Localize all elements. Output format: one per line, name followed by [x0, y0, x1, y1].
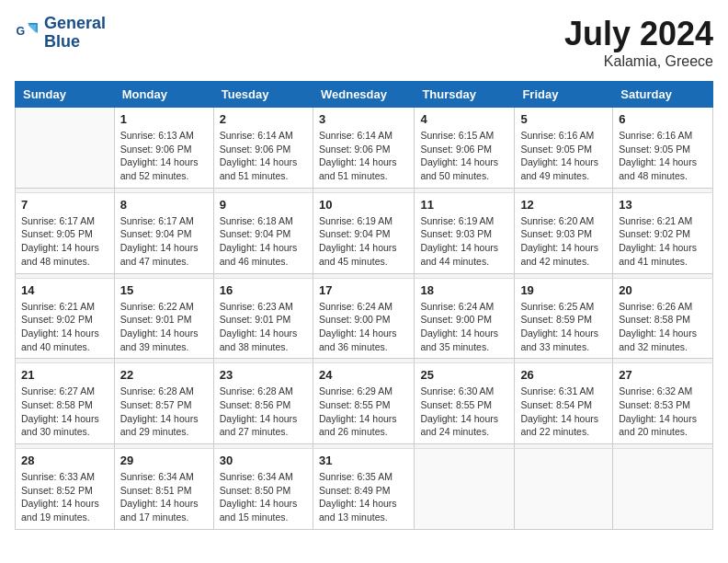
day-info: Sunrise: 6:16 AMSunset: 9:05 PMDaylight:… [520, 129, 607, 183]
calendar-cell [515, 449, 613, 530]
calendar-cell [415, 449, 515, 530]
day-number: 31 [319, 454, 408, 467]
calendar-cell: 12Sunrise: 6:20 AMSunset: 9:03 PMDayligh… [515, 192, 613, 273]
calendar-cell: 7Sunrise: 6:17 AMSunset: 9:05 PMDaylight… [16, 192, 115, 273]
day-number: 15 [120, 283, 208, 297]
day-number: 30 [220, 454, 307, 467]
day-number: 5 [520, 112, 607, 126]
day-info: Sunrise: 6:22 AMSunset: 9:01 PMDaylight:… [120, 300, 208, 354]
calendar-cell: 13Sunrise: 6:21 AMSunset: 9:02 PMDayligh… [613, 192, 713, 273]
logo: G General Blue [15, 15, 106, 52]
calendar-cell: 31Sunrise: 6:35 AMSunset: 8:49 PMDayligh… [313, 449, 414, 530]
day-info: Sunrise: 6:23 AMSunset: 9:01 PMDaylight:… [220, 300, 307, 354]
calendar-cell: 18Sunrise: 6:24 AMSunset: 9:00 PMDayligh… [415, 278, 515, 359]
day-info: Sunrise: 6:21 AMSunset: 9:02 PMDaylight:… [619, 214, 707, 269]
day-info: Sunrise: 6:19 AMSunset: 9:04 PMDaylight:… [319, 214, 408, 269]
day-number: 25 [420, 368, 508, 382]
location: Kalamia, Greece [564, 53, 713, 70]
calendar-cell: 11Sunrise: 6:19 AMSunset: 9:03 PMDayligh… [415, 192, 515, 273]
calendar-week-row: 14Sunrise: 6:21 AMSunset: 9:02 PMDayligh… [16, 278, 713, 359]
weekday-header: Saturday [613, 82, 713, 108]
day-info: Sunrise: 6:24 AMSunset: 9:00 PMDaylight:… [420, 300, 508, 354]
day-info: Sunrise: 6:30 AMSunset: 8:55 PMDaylight:… [420, 385, 508, 439]
calendar-cell: 15Sunrise: 6:22 AMSunset: 9:01 PMDayligh… [114, 278, 213, 359]
day-number: 8 [120, 198, 208, 212]
day-info: Sunrise: 6:19 AMSunset: 9:03 PMDaylight:… [420, 214, 508, 269]
calendar-week-row: 21Sunrise: 6:27 AMSunset: 8:58 PMDayligh… [16, 363, 713, 444]
calendar-cell: 30Sunrise: 6:34 AMSunset: 8:50 PMDayligh… [213, 449, 313, 530]
day-number: 11 [420, 198, 508, 212]
day-number: 13 [619, 198, 707, 212]
day-info: Sunrise: 6:25 AMSunset: 8:59 PMDaylight:… [520, 300, 607, 354]
day-info: Sunrise: 6:28 AMSunset: 8:56 PMDaylight:… [220, 385, 307, 439]
day-info: Sunrise: 6:34 AMSunset: 8:50 PMDaylight:… [220, 470, 307, 524]
day-number: 26 [520, 368, 607, 382]
day-info: Sunrise: 6:33 AMSunset: 8:52 PMDaylight:… [21, 470, 108, 524]
day-info: Sunrise: 6:28 AMSunset: 8:57 PMDaylight:… [120, 385, 208, 439]
weekday-header: Tuesday [213, 82, 313, 108]
svg-text:G: G [17, 24, 26, 37]
calendar-cell: 16Sunrise: 6:23 AMSunset: 9:01 PMDayligh… [213, 278, 313, 359]
day-info: Sunrise: 6:14 AMSunset: 9:06 PMDaylight:… [220, 129, 307, 183]
calendar-cell: 1Sunrise: 6:13 AMSunset: 9:06 PMDaylight… [114, 108, 213, 189]
day-number: 4 [420, 112, 508, 126]
weekday-header: Wednesday [313, 82, 414, 108]
calendar-cell: 6Sunrise: 6:16 AMSunset: 9:05 PMDaylight… [613, 108, 713, 189]
day-number: 10 [319, 198, 408, 212]
day-number: 17 [319, 283, 408, 297]
day-info: Sunrise: 6:15 AMSunset: 9:06 PMDaylight:… [420, 129, 508, 183]
day-info: Sunrise: 6:26 AMSunset: 8:58 PMDaylight:… [619, 300, 707, 354]
calendar-table: SundayMondayTuesdayWednesdayThursdayFrid… [15, 81, 713, 530]
calendar-cell: 23Sunrise: 6:28 AMSunset: 8:56 PMDayligh… [213, 363, 313, 444]
day-info: Sunrise: 6:31 AMSunset: 8:54 PMDaylight:… [520, 385, 607, 439]
day-info: Sunrise: 6:13 AMSunset: 9:06 PMDaylight:… [120, 129, 208, 183]
calendar-week-row: 28Sunrise: 6:33 AMSunset: 8:52 PMDayligh… [16, 449, 713, 530]
calendar-cell: 17Sunrise: 6:24 AMSunset: 9:00 PMDayligh… [313, 278, 414, 359]
calendar-cell: 20Sunrise: 6:26 AMSunset: 8:58 PMDayligh… [613, 278, 713, 359]
day-number: 6 [619, 112, 707, 126]
calendar-week-row: 7Sunrise: 6:17 AMSunset: 9:05 PMDaylight… [16, 192, 713, 273]
weekday-header: Friday [515, 82, 613, 108]
day-number: 7 [21, 198, 108, 212]
day-number: 28 [21, 454, 108, 467]
calendar-cell: 8Sunrise: 6:17 AMSunset: 9:04 PMDaylight… [114, 192, 213, 273]
day-number: 14 [21, 283, 108, 297]
calendar-cell: 5Sunrise: 6:16 AMSunset: 9:05 PMDaylight… [515, 108, 613, 189]
day-info: Sunrise: 6:16 AMSunset: 9:05 PMDaylight:… [619, 129, 707, 183]
day-info: Sunrise: 6:20 AMSunset: 9:03 PMDaylight:… [520, 214, 607, 269]
day-number: 21 [21, 368, 108, 382]
day-number: 1 [120, 112, 208, 126]
month-year: July 2024 [564, 15, 713, 53]
day-info: Sunrise: 6:17 AMSunset: 9:04 PMDaylight:… [120, 214, 208, 269]
calendar-cell: 9Sunrise: 6:18 AMSunset: 9:04 PMDaylight… [213, 192, 313, 273]
calendar-cell: 29Sunrise: 6:34 AMSunset: 8:51 PMDayligh… [114, 449, 213, 530]
day-info: Sunrise: 6:21 AMSunset: 9:02 PMDaylight:… [21, 300, 108, 354]
day-number: 22 [120, 368, 208, 382]
calendar-header-row: SundayMondayTuesdayWednesdayThursdayFrid… [16, 82, 713, 108]
calendar-cell [613, 449, 713, 530]
title-block: July 2024 Kalamia, Greece [564, 15, 713, 70]
logo-text: General Blue [44, 15, 106, 52]
calendar-cell: 22Sunrise: 6:28 AMSunset: 8:57 PMDayligh… [114, 363, 213, 444]
day-info: Sunrise: 6:18 AMSunset: 9:04 PMDaylight:… [220, 214, 307, 269]
day-number: 24 [319, 368, 408, 382]
day-info: Sunrise: 6:34 AMSunset: 8:51 PMDaylight:… [120, 470, 208, 524]
day-info: Sunrise: 6:35 AMSunset: 8:49 PMDaylight:… [319, 470, 408, 524]
day-number: 9 [220, 198, 307, 212]
calendar-cell: 24Sunrise: 6:29 AMSunset: 8:55 PMDayligh… [313, 363, 414, 444]
calendar-cell: 3Sunrise: 6:14 AMSunset: 9:06 PMDaylight… [313, 108, 414, 189]
calendar-cell: 4Sunrise: 6:15 AMSunset: 9:06 PMDaylight… [415, 108, 515, 189]
day-number: 3 [319, 112, 408, 126]
day-number: 19 [520, 283, 607, 297]
calendar-cell: 25Sunrise: 6:30 AMSunset: 8:55 PMDayligh… [415, 363, 515, 444]
day-number: 27 [619, 368, 707, 382]
logo-icon: G [15, 20, 40, 46]
day-number: 29 [120, 454, 208, 467]
calendar-cell: 28Sunrise: 6:33 AMSunset: 8:52 PMDayligh… [16, 449, 115, 530]
day-info: Sunrise: 6:29 AMSunset: 8:55 PMDaylight:… [319, 385, 408, 439]
calendar-cell: 21Sunrise: 6:27 AMSunset: 8:58 PMDayligh… [16, 363, 115, 444]
calendar-cell: 26Sunrise: 6:31 AMSunset: 8:54 PMDayligh… [515, 363, 613, 444]
day-number: 12 [520, 198, 607, 212]
day-number: 18 [420, 283, 508, 297]
day-number: 16 [220, 283, 307, 297]
